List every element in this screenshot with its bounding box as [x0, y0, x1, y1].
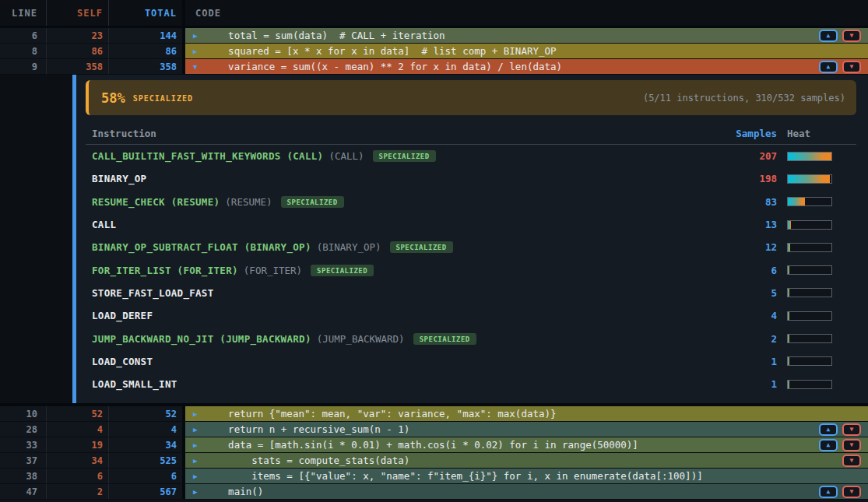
expand-caret-icon[interactable]: ▶	[193, 457, 201, 465]
samples-count: 207	[699, 150, 777, 162]
line-number: 37	[0, 453, 47, 468]
instruction-name: JUMP_BACKWARD_NO_JIT (JUMP_BACKWARD)	[92, 333, 311, 345]
source-code: variance = sum((x - mean) ** 2 for x in …	[205, 61, 819, 72]
instruction-row: BINARY_OP_SUBTRACT_FLOAT (BINARY_OP) (BI…	[86, 236, 856, 258]
self-samples: 34	[47, 453, 109, 468]
base-instruction: (CALL)	[329, 150, 364, 162]
jump-down-button[interactable]: ▼	[842, 423, 861, 436]
expand-caret-icon[interactable]: ▶	[193, 488, 201, 496]
column-header-total: TOTAL	[109, 0, 185, 26]
line-number: 33	[0, 437, 47, 452]
samples-count: 5	[699, 287, 777, 299]
row-actions: ▲ ▼	[819, 486, 861, 498]
instruction-row: STORE_FAST_LOAD_FAST 5	[86, 282, 856, 304]
specialized-badge: SPECIALIZED	[413, 333, 476, 345]
self-samples: 2	[47, 484, 109, 499]
instruction-name: STORE_FAST_LOAD_FAST	[92, 287, 214, 299]
jump-up-button[interactable]: ▲	[819, 423, 838, 436]
expand-caret-icon[interactable]: ▶	[193, 47, 201, 55]
jump-up-button[interactable]: ▲	[819, 486, 838, 498]
specialization-summary: 58% SPECIALIZED (5/11 instructions, 310/…	[86, 80, 856, 115]
collapse-caret-icon[interactable]: ▼	[193, 63, 201, 71]
jump-up-button[interactable]: ▲	[819, 30, 838, 42]
expand-caret-icon[interactable]: ▶	[193, 472, 201, 480]
specialized-badge: SPECIALIZED	[373, 150, 436, 162]
base-instruction: (JUMP_BACKWARD)	[317, 333, 405, 345]
table-header: LINE SELF TOTAL CODE	[0, 0, 868, 28]
instruction-column-header[interactable]: Instruction	[86, 128, 699, 139]
instruction-row: LOAD_CONST 1	[86, 350, 856, 373]
heat-bar	[787, 243, 832, 252]
expand-caret-icon[interactable]: ▶	[193, 426, 201, 434]
heat-bar	[787, 265, 832, 275]
jump-down-button[interactable]: ▼	[842, 30, 861, 42]
profiler-view: LINE SELF TOTAL CODE 6 23 144 ▶ total = …	[0, 0, 868, 502]
heat-bar	[787, 152, 832, 161]
jump-down-button[interactable]: ▼	[842, 61, 861, 73]
source-code-cell[interactable]: ▶ data = [math.sin(i * 0.01) + math.cos(…	[185, 437, 868, 452]
code-row: 10 52 52 ▶ return {"mean": mean, "var": …	[0, 406, 868, 422]
self-samples: 4	[47, 422, 109, 437]
instruction-name: LOAD_DEREF	[92, 310, 153, 321]
source-code-cell[interactable]: ▼ variance = sum((x - mean) ** 2 for x i…	[185, 59, 868, 74]
line-number: 28	[0, 422, 47, 437]
instruction-name: LOAD_SMALL_INT	[92, 378, 177, 390]
source-code-cell[interactable]: ▶ total = sum(data) # CALL + iteration ▲…	[185, 28, 868, 43]
expand-caret-icon[interactable]: ▶	[193, 410, 201, 418]
jump-down-button[interactable]: ▼	[842, 486, 861, 498]
line-number: 47	[0, 484, 47, 499]
self-samples: 358	[47, 59, 109, 74]
jump-down-button[interactable]: ▼	[842, 439, 861, 451]
row-actions: ▲ ▼	[819, 439, 861, 451]
heat-bar	[787, 334, 832, 343]
samples-count: 12	[699, 241, 777, 253]
row-actions: ▲ ▼	[819, 423, 861, 436]
self-samples: 6	[47, 469, 109, 483]
samples-column-header[interactable]: Samples	[699, 128, 777, 139]
source-code: items = [{"value": x, "name": f"item_{i}…	[205, 470, 868, 482]
instruction-row: LOAD_DEREF 4	[86, 304, 856, 327]
code-row: 28 4 4 ▶ return n + recursive_sum(n - 1)…	[0, 422, 868, 437]
base-instruction: (RESUME)	[225, 196, 272, 208]
line-number: 6	[0, 28, 47, 43]
source-code: total = sum(data) # CALL + iteration	[205, 30, 819, 41]
base-instruction: (FOR_ITER)	[244, 265, 302, 276]
jump-up-button[interactable]: ▲	[819, 439, 838, 451]
source-code: squared = [x * x for x in data] # list c…	[205, 45, 868, 57]
expand-caret-icon[interactable]: ▶	[193, 441, 201, 449]
source-code-cell[interactable]: ▶ squared = [x * x for x in data] # list…	[185, 44, 868, 58]
total-samples: 358	[109, 59, 185, 74]
row-actions: ▼	[842, 455, 861, 467]
jump-up-button[interactable]: ▲	[819, 61, 838, 73]
base-instruction: (BINARY_OP)	[317, 241, 381, 253]
expand-caret-icon[interactable]: ▶	[193, 32, 201, 40]
samples-count: 1	[699, 378, 777, 390]
source-code-cell[interactable]: ▶ return n + recursive_sum(n - 1) ▲ ▼	[185, 422, 868, 437]
jump-down-button[interactable]: ▼	[842, 455, 861, 467]
self-samples: 86	[47, 44, 109, 58]
instruction-row: FOR_ITER_LIST (FOR_ITER) (FOR_ITER) SPEC…	[86, 258, 856, 281]
source-code-cell[interactable]: ▶ return {"mean": mean, "var": variance,…	[185, 406, 868, 421]
source-code: data = [math.sin(i * 0.01) + math.cos(i …	[205, 439, 819, 451]
specialized-label: SPECIALIZED	[133, 94, 193, 103]
total-samples: 567	[109, 484, 185, 499]
instruction-name: RESUME_CHECK (RESUME)	[92, 196, 220, 208]
specialized-percent: 58%	[101, 90, 125, 106]
instruction-row: CALL_BUILTIN_FAST_WITH_KEYWORDS (CALL) (…	[86, 145, 856, 167]
code-row: 6 23 144 ▶ total = sum(data) # CALL + it…	[0, 28, 868, 44]
code-row: 38 6 6 ▶ items = [{"value": x, "name": f…	[0, 469, 868, 484]
source-code-cell[interactable]: ▶ items = [{"value": x, "name": f"item_{…	[185, 469, 868, 483]
code-row: 37 34 525 ▶ stats = compute_stats(data) …	[0, 453, 868, 469]
heat-column-header[interactable]: Heat	[787, 128, 856, 139]
instruction-panel-region: 58% SPECIALIZED (5/11 instructions, 310/…	[0, 75, 868, 406]
specialized-badge: SPECIALIZED	[311, 265, 374, 276]
samples-count: 1	[699, 356, 777, 367]
source-code-cell[interactable]: ▶ stats = compute_stats(data) ▼	[185, 453, 868, 468]
source-code-cell[interactable]: ▶ main() ▲ ▼	[185, 484, 868, 499]
column-header-self: SELF	[47, 0, 109, 26]
samples-count: 13	[699, 219, 777, 230]
code-row-expanded: 9 358 358 ▼ variance = sum((x - mean) **…	[0, 59, 868, 75]
total-samples: 4	[109, 422, 185, 437]
self-samples: 19	[47, 437, 109, 452]
instruction-name: BINARY_OP_SUBTRACT_FLOAT (BINARY_OP)	[92, 241, 311, 253]
